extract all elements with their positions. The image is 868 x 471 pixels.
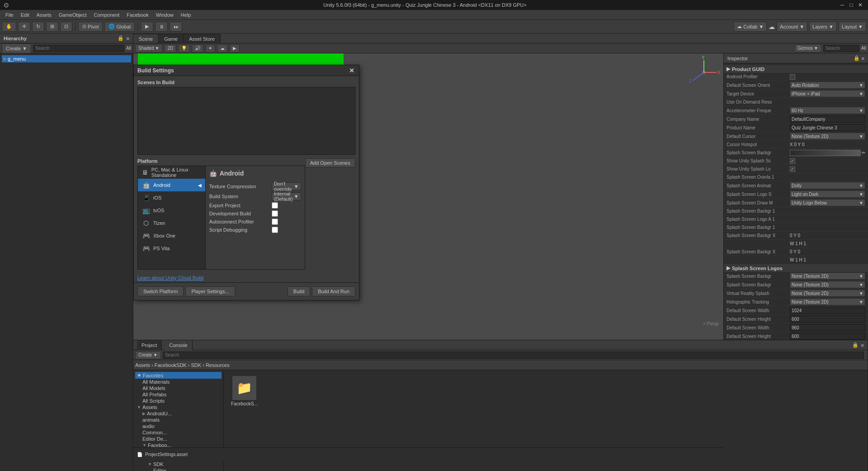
scale-tool[interactable]: ⊞ xyxy=(46,22,58,32)
add-open-scenes-button[interactable]: Add Open Scenes xyxy=(305,158,355,167)
menu-component[interactable]: Component xyxy=(90,11,123,19)
tree-item-editor[interactable]: Editor xyxy=(135,467,222,471)
switch-platform-button[interactable]: Switch Platform xyxy=(137,286,184,296)
build-button[interactable]: Build xyxy=(288,286,310,296)
twod-button[interactable]: 2D xyxy=(164,44,176,52)
export-project-checkbox[interactable] xyxy=(272,202,278,209)
default-screen-h2-input[interactable] xyxy=(790,333,865,340)
hand-tool[interactable]: ✋ xyxy=(2,22,16,32)
platform-ios[interactable]: 📱 iOS xyxy=(138,191,205,204)
pause-button[interactable]: ⏸ xyxy=(155,22,168,32)
build-and-run-button[interactable]: Build And Run xyxy=(312,286,355,296)
splash-bg-none2-dropdown[interactable]: None (Texture 2D) ▼ xyxy=(790,281,865,288)
android-profiler-checkbox[interactable] xyxy=(790,74,795,80)
inspector-menu-icon[interactable]: ≡ xyxy=(862,56,864,61)
tree-item-sdk[interactable]: ▼ SDK xyxy=(135,461,222,467)
product-guid-section[interactable]: ▶ Product GUID xyxy=(724,65,868,73)
menu-window[interactable]: Window xyxy=(152,11,177,19)
default-cursor-dropdown[interactable]: None (Texture 2D) ▼ xyxy=(790,133,865,140)
tree-item-all-prefabs[interactable]: All Prefabs xyxy=(135,391,222,398)
close-button[interactable]: ✕ xyxy=(856,1,864,9)
tree-item-favorites[interactable]: ★ Favorites xyxy=(135,372,222,379)
company-name-input[interactable] xyxy=(790,115,865,123)
maximize-button[interactable]: □ xyxy=(847,1,855,9)
anim-icon[interactable]: ▶ xyxy=(230,44,240,52)
hierarchy-create-button[interactable]: Create ▼ xyxy=(2,43,31,53)
move-tool[interactable]: ✛ xyxy=(18,22,30,32)
tree-item-all-materials[interactable]: All Materials xyxy=(135,379,222,385)
default-screen-w2-input[interactable] xyxy=(790,324,865,331)
tree-item-all-models[interactable]: All Models xyxy=(135,385,222,391)
product-name-input[interactable] xyxy=(790,124,865,131)
default-screen-orient-dropdown[interactable]: Auto Rotation ▼ xyxy=(790,81,865,89)
project-menu-icon[interactable]: ≡ xyxy=(861,343,864,348)
splash-draw-dropdown[interactable]: Unity Logo Below ▼ xyxy=(790,199,865,206)
tree-item-editor-de[interactable]: Editor De... xyxy=(135,436,222,442)
tab-console[interactable]: Console xyxy=(165,340,192,350)
tree-item-animals[interactable]: animals xyxy=(135,417,222,423)
splash-bg-edit[interactable]: ✏ xyxy=(862,150,865,155)
scene-search-input[interactable] xyxy=(823,45,859,52)
default-screen-w-input[interactable] xyxy=(790,307,865,314)
tree-item-audio[interactable]: audio xyxy=(135,423,222,429)
global-button[interactable]: 🌐 Global xyxy=(104,22,135,32)
rect-tool[interactable]: ⊡ xyxy=(60,22,72,32)
script-debugging-checkbox[interactable] xyxy=(272,227,278,233)
tree-item-common[interactable]: Common... xyxy=(135,429,222,436)
splash-bg-colorpicker[interactable] xyxy=(790,150,861,156)
platform-xboxone[interactable]: 🎮 Xbox One xyxy=(138,229,205,242)
show-unity-logo-checkbox[interactable] xyxy=(790,167,795,172)
tree-item-assets[interactable]: ▼ Assets xyxy=(135,404,222,410)
shaded-dropdown[interactable]: Shaded ▼ xyxy=(135,44,162,52)
menu-edit[interactable]: Edit xyxy=(17,11,33,19)
hierarchy-search-input[interactable] xyxy=(33,45,124,52)
splash-logo-style-dropdown[interactable]: Light on Dark ▼ xyxy=(790,190,865,198)
step-button[interactable]: ⏭ xyxy=(170,22,182,32)
development-build-checkbox[interactable] xyxy=(272,210,278,217)
project-create-button[interactable]: Create ▼ xyxy=(135,351,161,359)
tab-asset-store[interactable]: Asset Store xyxy=(184,34,221,43)
learn-link[interactable]: Learn about Unity Cloud Build xyxy=(137,275,355,281)
texture-compression-dropdown[interactable]: Don't override ▼ xyxy=(272,182,301,190)
build-system-dropdown[interactable]: Internal (Default) ▼ xyxy=(272,192,301,200)
dialog-close-button[interactable]: ✕ xyxy=(348,67,355,74)
platform-android[interactable]: 🤖 Android ◀ xyxy=(138,179,205,191)
menu-help[interactable]: Help xyxy=(177,11,195,19)
hierarchy-lock-icon[interactable]: 🔒 xyxy=(118,35,124,41)
show-unity-splash-checkbox[interactable] xyxy=(790,158,795,164)
splash-anim-dropdown[interactable]: Dolly ▼ xyxy=(790,182,865,189)
menu-gameobject[interactable]: GameObject xyxy=(55,11,90,19)
target-device-dropdown[interactable]: iPhone + iPad ▼ xyxy=(790,90,865,97)
platform-pc[interactable]: 🖥 PC, Mac & Linux Standalone xyxy=(138,166,205,179)
project-search-input[interactable] xyxy=(163,352,864,359)
tree-item-all-scripts[interactable]: All Scripts xyxy=(135,398,222,404)
play-button[interactable]: ▶ xyxy=(141,22,153,32)
fx-icon[interactable]: ✦ xyxy=(205,44,215,52)
accelerometer-dropdown[interactable]: 60 Hz ▼ xyxy=(790,107,865,114)
tab-game[interactable]: Game xyxy=(159,34,184,43)
rotate-tool[interactable]: ↻ xyxy=(32,22,44,32)
tab-scene[interactable]: Scene xyxy=(133,34,159,43)
vr-splash-dropdown[interactable]: None (Texture 2D) ▼ xyxy=(790,290,865,297)
pivot-button[interactable]: ⊙ Pivot xyxy=(78,22,103,32)
tree-item-androidU[interactable]: ▶ AndroidU... xyxy=(135,410,222,417)
splash-bg-none1-dropdown[interactable]: None (Texture 2D) ▼ xyxy=(790,272,865,280)
tab-project[interactable]: Project xyxy=(137,340,162,350)
asset-facebooksdk[interactable]: 📁 FacebookS... xyxy=(227,374,261,408)
platform-psvita[interactable]: 🎮 PS Vita xyxy=(138,242,205,255)
menu-assets[interactable]: Assets xyxy=(33,11,55,19)
hierarchy-item-gmenu[interactable]: ▶ g_menu xyxy=(2,55,131,62)
project-lock-icon[interactable]: 🔒 xyxy=(852,342,859,348)
sound-icon[interactable]: 🔊 xyxy=(192,44,203,52)
splash-logos-section[interactable]: ▶ Splash Screen Logos xyxy=(724,264,868,272)
default-screen-h-input[interactable] xyxy=(790,315,865,323)
collab-button[interactable]: ☁ Collab ▼ xyxy=(734,22,767,32)
platform-tvos[interactable]: 📺 tvOS xyxy=(138,204,205,217)
light-icon[interactable]: 💡 xyxy=(178,44,190,52)
menu-facebook[interactable]: Facebook xyxy=(123,11,152,19)
player-settings-button[interactable]: Player Settings... xyxy=(185,286,235,296)
hierarchy-menu-icon[interactable]: ≡ xyxy=(127,36,129,41)
platform-tizen[interactable]: ⬡ Tizen xyxy=(138,217,205,229)
layout-button[interactable]: Layout ▼ xyxy=(839,22,866,32)
gizmos-dropdown[interactable]: Gizmos ▼ xyxy=(794,44,821,52)
